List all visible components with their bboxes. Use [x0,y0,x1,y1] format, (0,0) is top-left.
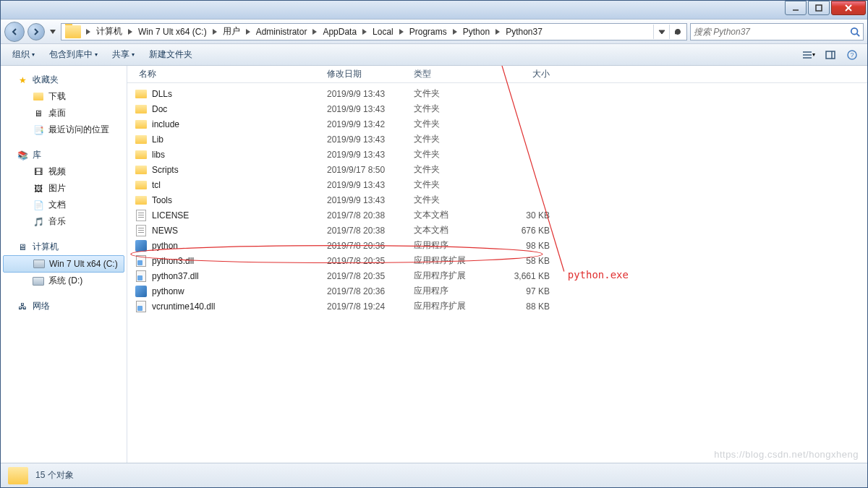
folder-icon [65,25,81,38]
explorer-window: 计算机 Win 7 Ult x64 (C:) 用户 Administrator … [0,0,868,488]
breadcrumb-sep-icon[interactable] [310,29,320,35]
file-date: 2019/9/9 13:43 [323,150,409,160]
share-button[interactable]: 共享 ▾ [106,46,140,64]
sidebar-item-desktop[interactable]: 🖥桌面 [1,105,127,121]
new-folder-button[interactable]: 新建文件夹 [143,46,198,64]
file-row[interactable]: NEWS2019/7/8 20:38文本文档676 KB [127,223,867,238]
file-row[interactable]: pythonw2019/7/8 20:36应用程序97 KB [127,283,867,299]
include-in-library-button[interactable]: 包含到库中 ▾ [43,46,103,64]
breadcrumb-programs[interactable]: Programs [407,24,450,40]
file-row[interactable]: vcruntime140.dll2019/7/8 19:24应用程序扩展88 K… [127,299,867,314]
file-icon [135,286,148,297]
file-name: vcruntime140.dll [152,301,323,312]
column-headers[interactable]: 名称 修改日期 类型 大小 [127,66,867,83]
svg-marker-6 [128,29,132,35]
breadcrumb-sep-icon[interactable] [450,29,460,35]
breadcrumb-sep-icon[interactable] [493,29,503,35]
file-type: 文件夹 [409,118,496,130]
navigation-bar: 计算机 Win 7 Ult x64 (C:) 用户 Administrator … [1,20,867,44]
file-date: 2019/7/8 20:38 [323,210,409,221]
file-row[interactable]: include2019/9/9 13:42文件夹 [127,116,867,132]
file-name: python37.dll [152,271,323,281]
close-button[interactable] [831,1,866,15]
sidebar-favorites[interactable]: ★收藏夹 [1,72,127,88]
file-row[interactable]: LICENSE2019/7/8 20:38文本文档30 KB [127,207,867,223]
breadcrumb-python37[interactable]: Python37 [503,24,545,40]
svg-point-15 [851,27,858,34]
file-list-area: 名称 修改日期 类型 大小 DLLs2019/9/9 13:43文件夹Doc20… [127,66,867,463]
sidebar-item-documents[interactable]: 📄文档 [1,197,127,213]
file-list: DLLs2019/9/9 13:43文件夹Doc2019/9/9 13:43文件… [127,83,867,317]
file-row[interactable]: python2019/7/8 20:36应用程序98 KB [127,238,867,253]
sidebar-item-drive-c[interactable]: Win 7 Ult x64 (C:) [3,255,124,273]
file-row[interactable]: Doc2019/9/9 13:43文件夹 [127,101,867,116]
search-box[interactable] [690,23,864,40]
breadcrumb-python[interactable]: Python [460,24,493,40]
address-bar[interactable]: 计算机 Win 7 Ult x64 (C:) 用户 Administrator … [61,23,687,40]
file-row[interactable]: libs2019/9/9 13:43文件夹 [127,147,867,162]
sidebar-item-pictures[interactable]: 🖼图片 [1,180,127,197]
file-row[interactable]: tcl2019/9/9 13:43文件夹 [127,177,867,192]
column-header-size[interactable]: 大小 [496,68,554,80]
breadcrumb-local[interactable]: Local [370,24,396,40]
breadcrumb-computer[interactable]: 计算机 [93,24,125,40]
sidebar-item-downloads[interactable]: 下载 [1,88,127,105]
breadcrumb-sep-icon[interactable] [125,29,135,35]
breadcrumb-drive[interactable]: Win 7 Ult x64 (C:) [135,24,210,40]
sidebar-item-drive-d[interactable]: 系统 (D:) [1,273,127,289]
sidebar-item-videos[interactable]: 🎞视频 [1,163,127,180]
view-options-icon[interactable]: ▾ [799,47,818,63]
preview-pane-icon[interactable] [821,47,840,63]
file-date: 2019/7/8 20:35 [323,271,409,281]
back-button[interactable] [4,22,25,42]
file-size: 3,661 KB [496,271,554,281]
search-input[interactable] [694,27,850,37]
column-header-type[interactable]: 类型 [409,68,496,80]
sidebar-libraries[interactable]: 📚库 [1,147,127,163]
column-header-name[interactable]: 名称 [135,68,323,80]
nav-history-dropdown[interactable] [48,25,58,39]
file-row[interactable]: Tools2019/9/9 13:43文件夹 [127,192,867,207]
breadcrumb-sep-icon[interactable] [396,29,407,35]
sidebar-computer[interactable]: 🖥计算机 [1,239,127,255]
file-row[interactable]: Scripts2019/9/17 8:50文件夹 [127,162,867,177]
breadcrumb-sep-icon[interactable] [359,29,370,35]
svg-text:?: ? [850,51,854,59]
file-row[interactable]: python37.dll2019/7/8 20:35应用程序扩展3,661 KB [127,268,867,283]
file-type: 文本文档 [409,209,496,221]
search-icon [850,27,860,37]
forward-button[interactable] [27,23,45,40]
svg-marker-5 [86,29,90,35]
minimize-button[interactable] [785,1,807,15]
breadcrumb-admin[interactable]: Administrator [253,24,310,40]
column-header-date[interactable]: 修改日期 [323,68,409,80]
refresh-icon[interactable] [669,25,685,39]
sidebar-network[interactable]: 🖧网络 [1,298,127,314]
svg-marker-11 [399,29,404,35]
file-type: 文件夹 [409,103,496,115]
file-name: Tools [152,195,323,205]
file-name: python3.dll [152,256,323,266]
breadcrumb-sep-icon[interactable] [243,29,253,35]
file-date: 2019/9/9 13:43 [323,89,409,99]
file-type: 文件夹 [409,133,496,145]
breadcrumb-sep-icon[interactable] [83,29,93,35]
svg-marker-10 [362,29,367,35]
breadcrumb-sep-icon[interactable] [210,29,220,35]
help-icon[interactable]: ? [843,47,861,63]
file-icon [135,179,148,191]
breadcrumb-users[interactable]: 用户 [220,24,243,40]
organize-button[interactable]: 组织 ▾ [7,46,41,64]
file-type: 文件夹 [409,163,496,176]
file-size: 58 KB [496,256,554,266]
file-row[interactable]: python3.dll2019/7/8 20:35应用程序扩展58 KB [127,253,867,268]
maximize-button[interactable] [808,1,830,15]
sidebar-item-recent[interactable]: 📑最近访问的位置 [1,121,127,138]
breadcrumb-appdata[interactable]: AppData [320,24,359,40]
sidebar-item-music[interactable]: 🎵音乐 [1,213,127,230]
svg-marker-9 [312,29,317,35]
file-row[interactable]: Lib2019/9/9 13:43文件夹 [127,132,867,147]
file-row[interactable]: DLLs2019/9/9 13:43文件夹 [127,86,867,101]
file-size: 97 KB [496,286,554,296]
address-dropdown-icon[interactable] [653,25,669,39]
